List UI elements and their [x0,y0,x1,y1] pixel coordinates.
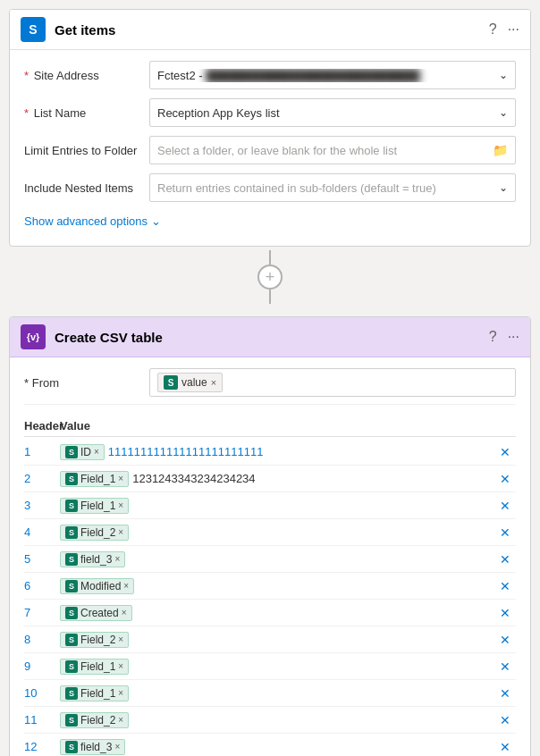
from-row: * From S value × [24,368,516,405]
row-delete-button[interactable]: ✕ [494,579,516,593]
show-advanced-toggle[interactable]: Show advanced options ⌄ [24,211,516,235]
limit-folder-label: Limit Entries to Folder [24,144,149,157]
from-label: * From [24,376,149,390]
field-token-icon: S [65,580,78,592]
field-token-close-icon[interactable]: × [118,688,123,698]
field-token-close-icon[interactable]: × [114,554,120,564]
list-name-control[interactable]: Reception App Keys list ⌄ [149,98,516,127]
table-row: 10 S Field_1 × ✕ [24,680,516,707]
add-step-button[interactable]: + [257,265,283,290]
limit-folder-control[interactable]: Select a folder, or leave blank for the … [149,136,516,164]
from-input[interactable]: S value × [149,368,516,397]
row-num: 9 [24,659,60,673]
table-row: 6 S Modified × ✕ [24,573,516,600]
row-num: 5 [24,552,60,566]
row-delete-button[interactable]: ✕ [494,445,516,459]
field-token[interactable]: S Field_2 × [60,525,129,541]
row-delete-button[interactable]: ✕ [494,552,516,567]
get-items-body: * Site Address Fctest2 - ███████████████… [10,50,530,246]
field-token-close-icon[interactable]: × [118,715,123,725]
field-token-close-icon[interactable]: × [118,634,123,644]
nested-items-control[interactable]: Return entries contained in sub-folders … [149,173,516,202]
row-value: S Created × [60,605,494,621]
limit-folder-placeholder: Select a folder, or leave blank for the … [157,144,489,157]
field-token-icon: S [65,500,78,512]
field-token-close-icon[interactable]: × [94,447,99,457]
row-num: 6 [24,579,60,592]
field-token-icon: S [65,607,78,619]
field-token-close-icon[interactable]: × [122,608,127,617]
nested-items-label: Include Nested Items [24,181,149,195]
get-items-header: S Get items ? ··· [10,10,530,50]
field-token-label: Created [80,607,119,619]
row-value: S field_3 × [60,739,494,755]
csv-help-icon[interactable]: ? [489,329,497,345]
more-options-icon[interactable]: ··· [508,21,519,38]
get-items-card: S Get items ? ··· * Site Address Fctest2… [9,9,531,247]
field-token[interactable]: S Field_1 × [60,685,129,701]
field-token[interactable]: S Modified × [60,578,134,594]
field-token-close-icon[interactable]: × [114,742,120,752]
row-value: S Field_1 × [60,685,494,701]
create-csv-icon: {v} [21,324,46,349]
table-row: 2 S Field_1 × 1231243343234234234 ✕ [24,466,516,492]
field-token-close-icon[interactable]: × [118,661,123,671]
nested-items-row: Include Nested Items Return entries cont… [24,173,516,202]
row-value: S Field_1 × [60,498,494,514]
help-icon[interactable]: ? [489,21,497,38]
from-token[interactable]: S value × [157,373,223,392]
row-num: 2 [24,472,60,485]
row-delete-button[interactable]: ✕ [494,686,516,701]
table-row: 3 S Field_1 × ✕ [24,492,516,519]
csv-more-icon[interactable]: ··· [508,329,519,345]
field-token-close-icon[interactable]: × [123,581,129,591]
row-value: S Modified × [60,578,494,594]
field-token[interactable]: S Created × [60,605,132,621]
field-token-close-icon[interactable]: × [118,527,123,537]
field-token-label: field_3 [80,741,112,753]
row-num: 1 [24,445,60,458]
row-delete-button[interactable]: ✕ [494,659,516,674]
field-token[interactable]: S Field_1 × [60,659,129,675]
row-num: 3 [24,499,60,512]
value-col: Value [60,419,494,433]
field-token-icon: S [65,526,78,539]
field-token[interactable]: S ID × [60,444,105,460]
field-token-label: Field_2 [80,634,115,646]
field-token[interactable]: S field_3 × [60,551,125,567]
header-col: Header [24,419,60,433]
field-token[interactable]: S Field_2 × [60,632,129,648]
field-token-label: Field_1 [80,687,115,700]
field-token[interactable]: S Field_2 × [60,712,129,728]
from-token-icon: S [164,375,178,390]
get-items-title: Get items [55,22,480,38]
limit-folder-row: Limit Entries to Folder Select a folder,… [24,136,516,164]
row-delete-button[interactable]: ✕ [494,499,516,513]
connector-line-bottom [269,290,271,304]
csv-table: Header Value 1 S ID × 111111111111111111… [24,416,516,756]
nested-items-chevron-icon: ⌄ [499,181,508,194]
row-delete-button[interactable]: ✕ [494,606,516,620]
row-delete-button[interactable]: ✕ [494,740,516,754]
site-address-label: * Site Address [24,69,149,82]
field-token[interactable]: S Field_1 × [60,471,129,487]
field-token-close-icon[interactable]: × [118,474,123,483]
row-delete-button[interactable]: ✕ [494,525,516,540]
field-token-icon: S [65,714,78,727]
field-token[interactable]: S field_3 × [60,739,125,755]
field-token-close-icon[interactable]: × [118,500,123,510]
connector-line-top [269,250,271,265]
row-value: S Field_1 × 1231243343234234234 [60,471,494,487]
site-address-chevron-icon: ⌄ [499,69,508,81]
from-token-close-icon[interactable]: × [211,377,216,388]
field-token[interactable]: S Field_1 × [60,498,129,514]
row-num: 8 [24,633,60,646]
row-value: S Field_2 × [60,712,494,728]
site-address-control[interactable]: Fctest2 - ██████████████████████████ ⌄ [149,61,516,89]
show-advanced-label: Show advanced options [24,214,148,228]
row-delete-button[interactable]: ✕ [494,633,516,647]
field-token-icon: S [65,473,78,485]
create-csv-card: {v} Create CSV table ? ··· * From S valu… [9,316,531,756]
row-delete-button[interactable]: ✕ [494,472,516,486]
row-delete-button[interactable]: ✕ [494,713,516,727]
